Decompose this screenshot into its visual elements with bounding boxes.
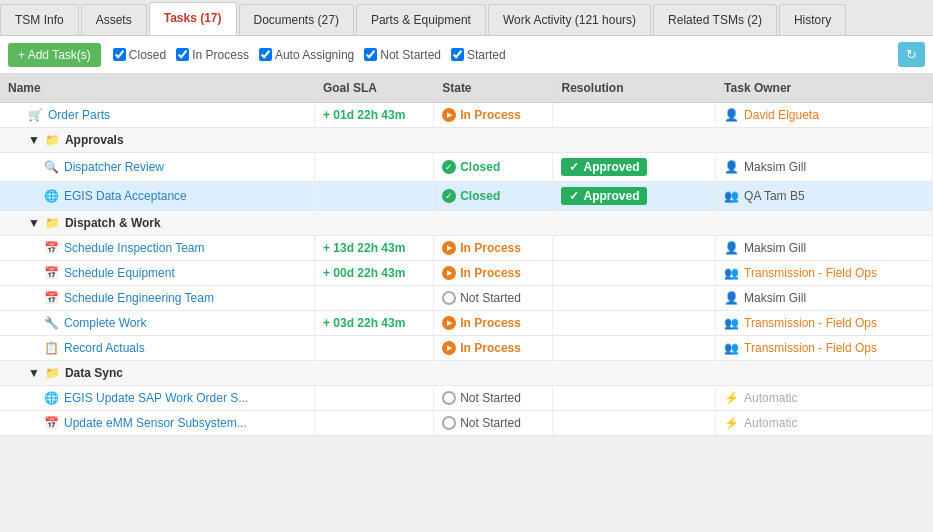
state-label: In Process: [460, 241, 521, 255]
sla-cell: [314, 336, 433, 361]
task-link[interactable]: Schedule Engineering Team: [64, 291, 214, 305]
filter-inprocess[interactable]: In Process: [176, 48, 249, 62]
task-link[interactable]: Schedule Equipment: [64, 266, 175, 280]
table-row: 🌐 EGIS Data Acceptance Closed ✓ Approved: [0, 182, 933, 211]
play-icon: [442, 266, 456, 280]
name-cell: 📅 Update eMM Sensor Subsystem...: [0, 411, 314, 436]
group-row: ▼ 📁 Data Sync: [0, 361, 933, 386]
group-icon: 👥: [724, 189, 739, 203]
sla-cell: + 13d 22h 43m: [314, 236, 433, 261]
tab-assets[interactable]: Assets: [81, 4, 147, 35]
table-row: 🛒 Order Parts + 01d 22h 43m In Process: [0, 103, 933, 128]
person-icon: 👤: [724, 108, 739, 122]
task-link[interactable]: EGIS Data Acceptance: [64, 189, 187, 203]
table-row: 📅 Schedule Engineering Team Not Started: [0, 286, 933, 311]
sla-cell: [314, 286, 433, 311]
triangle-icon: ▼: [28, 366, 40, 380]
refresh-button[interactable]: ↻: [898, 42, 925, 67]
task-link[interactable]: Dispatcher Review: [64, 160, 164, 174]
owner-cell: 👥 QA Tam B5: [716, 182, 933, 211]
tab-tsm-info[interactable]: TSM Info: [0, 4, 79, 35]
resolution-cell: ✓ Approved: [553, 182, 716, 211]
group-orange-icon: 👥: [724, 341, 739, 355]
add-task-button[interactable]: + Add Task(s): [8, 43, 101, 67]
group-label: ▼ 📁 Data Sync: [0, 361, 933, 386]
owner-name: Maksim Gill: [744, 291, 806, 305]
resolution-cell: [553, 261, 716, 286]
table-row: 📋 Record Actuals In Process: [0, 336, 933, 361]
table-row: 🔍 Dispatcher Review Closed ✓ Approved: [0, 153, 933, 182]
table-row: 📅 Schedule Equipment + 00d 22h 43m In Pr…: [0, 261, 933, 286]
state-label: In Process: [460, 341, 521, 355]
calendar-icon: 📅: [44, 241, 59, 255]
task-link[interactable]: Update eMM Sensor Subsystem...: [64, 416, 247, 430]
col-header-name: Name: [0, 74, 314, 103]
sla-cell: + 03d 22h 43m: [314, 311, 433, 336]
task-link[interactable]: Complete Work: [64, 316, 146, 330]
filter-auto-assigning[interactable]: Auto Assigning: [259, 48, 354, 62]
name-cell: 🌐 EGIS Data Acceptance: [0, 182, 314, 211]
check-icon: [442, 189, 456, 203]
table-row: 🌐 EGIS Update SAP Work Order S... Not St…: [0, 386, 933, 411]
resolution-cell: [553, 311, 716, 336]
state-cell: Closed: [434, 153, 553, 182]
name-cell: 🔧 Complete Work: [0, 311, 314, 336]
owner-name: Automatic: [744, 391, 797, 405]
state-cell: In Process: [434, 311, 553, 336]
group-label: ▼ 📁 Approvals: [0, 128, 933, 153]
name-cell: 📅 Schedule Engineering Team: [0, 286, 314, 311]
filter-closed[interactable]: Closed: [113, 48, 166, 62]
resolution-cell: [553, 336, 716, 361]
name-cell: 📋 Record Actuals: [0, 336, 314, 361]
resolution-cell: ✓ Approved: [553, 153, 716, 182]
table-row: 📅 Schedule Inspection Team + 13d 22h 43m…: [0, 236, 933, 261]
triangle-icon: ▼: [28, 216, 40, 230]
owner-cell: 👥 Transmission - Field Ops: [716, 261, 933, 286]
filter-group: Closed In Process Auto Assigning Not Sta…: [113, 48, 886, 62]
play-icon: [442, 341, 456, 355]
filter-started[interactable]: Started: [451, 48, 506, 62]
state-label: Closed: [460, 160, 500, 174]
col-header-state: State: [434, 74, 553, 103]
tasks-table-container: Name Goal SLA State Resolution Task Owne…: [0, 74, 933, 436]
tab-parts-equipment[interactable]: Parts & Equipment: [356, 4, 486, 35]
tab-tasks[interactable]: Tasks (17): [149, 2, 237, 35]
sla-cell: [314, 386, 433, 411]
triangle-icon: ▼: [28, 133, 40, 147]
state-cell: Not Started: [434, 386, 553, 411]
owner-name: Maksim Gill: [744, 160, 806, 174]
task-link[interactable]: Schedule Inspection Team: [64, 241, 205, 255]
globe-icon: 🌐: [44, 189, 59, 203]
state-cell: Not Started: [434, 411, 553, 436]
sla-cell: [314, 182, 433, 211]
task-link[interactable]: Order Parts: [48, 108, 110, 122]
calendar-icon: 📅: [44, 416, 59, 430]
search-icon: 🔍: [44, 160, 59, 174]
owner-cell: 👤 David Elgueta: [716, 103, 933, 128]
owner-name: Transmission - Field Ops: [744, 266, 877, 280]
state-cell: Closed: [434, 182, 553, 211]
tasks-table: Name Goal SLA State Resolution Task Owne…: [0, 74, 933, 436]
person-icon: 👤: [724, 291, 739, 305]
tab-work-activity[interactable]: Work Activity (121 hours): [488, 4, 651, 35]
state-cell: Not Started: [434, 286, 553, 311]
group-name: Data Sync: [65, 366, 123, 380]
doc-icon: 📋: [44, 341, 59, 355]
owner-name: Automatic: [744, 416, 797, 430]
tab-documents[interactable]: Documents (27): [239, 4, 354, 35]
owner-cell: 👥 Transmission - Field Ops: [716, 336, 933, 361]
owner-name: Transmission - Field Ops: [744, 316, 877, 330]
state-label: In Process: [460, 316, 521, 330]
sla-cell: + 01d 22h 43m: [314, 103, 433, 128]
owner-name: QA Tam B5: [744, 189, 804, 203]
owner-cell: 👥 Transmission - Field Ops: [716, 311, 933, 336]
task-link[interactable]: EGIS Update SAP Work Order S...: [64, 391, 248, 405]
tab-bar: TSM Info Assets Tasks (17) Documents (27…: [0, 0, 933, 36]
filter-not-started[interactable]: Not Started: [364, 48, 441, 62]
tab-related-tsms[interactable]: Related TSMs (2): [653, 4, 777, 35]
tab-history[interactable]: History: [779, 4, 846, 35]
auto-icon: ⚡: [724, 416, 739, 430]
play-icon: [442, 241, 456, 255]
owner-cell: 👤 Maksim Gill: [716, 286, 933, 311]
task-link[interactable]: Record Actuals: [64, 341, 145, 355]
